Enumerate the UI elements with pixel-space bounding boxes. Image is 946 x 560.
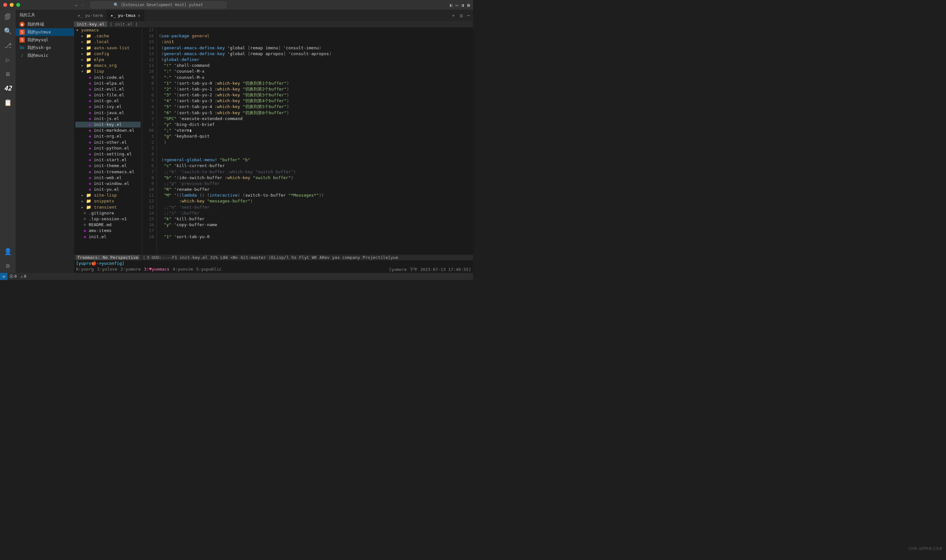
- tree-root[interactable]: ▾ yuemacs: [75, 27, 140, 33]
- problems-warnings[interactable]: ⚠ 0: [18, 274, 28, 279]
- tree-node[interactable]: ◆ init-file.el: [75, 92, 140, 98]
- tmux-window-yuemacs[interactable]: 3:♥yuemacs: [144, 267, 172, 272]
- html-icon: 5: [20, 37, 25, 43]
- traffic-lights: [3, 3, 20, 7]
- search-icon: 🔍: [114, 3, 119, 7]
- tree-node[interactable]: ◆ init-treemacs.el: [75, 169, 140, 175]
- emacs-body: ▾ yuemacs ▸ 📁 .cache ▸ 📁 .local ▸ 📁 auto…: [74, 27, 473, 255]
- command-center[interactable]: 🔍 [Extension Development Host] yutest: [90, 1, 226, 8]
- tree-node[interactable]: ◆ init-js.el: [75, 116, 140, 122]
- html-icon: 5: [20, 29, 25, 35]
- editor-area: ▸_yu-term▸_yu-tmux× ＋ ◫ ⋯ init-key.el | …: [74, 10, 473, 273]
- tmux-window-yupublic[interactable]: 5:yupublic: [196, 267, 222, 272]
- minimize-window-button[interactable]: [10, 3, 14, 7]
- status-bar: ⇄ ⓧ 0 ⚠ 0: [0, 273, 473, 280]
- tree-node[interactable]: ▾ 📁 lisp: [75, 68, 140, 74]
- tree-node[interactable]: ◆ init-markdown.el: [75, 128, 140, 133]
- settings-gear-icon[interactable]: ⚙: [4, 262, 12, 269]
- tmux-clock: [yumore 下午 2023-07-13 17:49:55]: [389, 267, 471, 272]
- tree-node[interactable]: ▸ 📁 .local: [75, 39, 140, 45]
- tree-node[interactable]: ◆ init-python.el: [75, 145, 140, 151]
- sidebar-item-3[interactable]: Go我的ssh-go: [15, 44, 74, 52]
- calendar-icon[interactable]: 📋: [4, 98, 12, 106]
- tree-node[interactable]: ◆ init.el: [75, 234, 140, 240]
- tree-node[interactable]: ▸ 📁 snippets: [75, 198, 140, 204]
- shell-prompt[interactable]: [yupro🍎->yuconfig]: [74, 260, 473, 266]
- maximize-window-button[interactable]: [16, 3, 20, 7]
- tree-node[interactable]: ◆ init-java.el: [75, 110, 140, 116]
- split-editor-icon[interactable]: ◫: [460, 13, 462, 18]
- modeline-info: 3-UUU:----F1 init-key.el 31% L86 <N> Git…: [147, 255, 398, 260]
- emacs-modeline: Treemacs: No Perspective | 3-UUU:----F1 …: [74, 255, 473, 260]
- customize-layout-icon[interactable]: ▦: [467, 3, 470, 8]
- tree-node[interactable]: ◆ init-web.el: [75, 175, 140, 181]
- run-debug-icon[interactable]: ▷: [4, 56, 12, 64]
- tree-node[interactable]: ≡ .gitignore: [75, 210, 140, 216]
- tree-node[interactable]: ▸ 📁 elpa: [75, 57, 140, 63]
- tree-node[interactable]: ◆ init-code.el: [75, 75, 140, 80]
- nav-back-icon[interactable]: ←: [75, 3, 78, 8]
- problems-errors[interactable]: ⓧ 0: [8, 274, 18, 279]
- accounts-icon[interactable]: 👤: [4, 248, 12, 255]
- tmux-window-yumore[interactable]: 2:yumore: [120, 267, 143, 272]
- tree-node[interactable]: ◆ init-yu.el: [75, 186, 140, 192]
- code-area[interactable]: 1716151413121110987654321861234567891011…: [142, 27, 473, 255]
- sidebar-item-1[interactable]: 5我的yutmux: [15, 28, 74, 36]
- extensions-icon[interactable]: ⊞: [4, 70, 12, 78]
- terminal-content[interactable]: init-key.el | init.el | ▾ yuemacs ▸ 📁 .c…: [74, 21, 473, 273]
- tree-node[interactable]: ◆ init-key.el: [75, 122, 140, 128]
- tree-node[interactable]: ◆ amx-items: [75, 228, 140, 234]
- tree-node[interactable]: ◆ init-theme.el: [75, 163, 140, 169]
- explorer-icon[interactable]: 🗐: [4, 13, 12, 21]
- tree-node[interactable]: ▸ 📁 emacs_org: [75, 63, 140, 68]
- close-window-button[interactable]: [3, 3, 7, 7]
- nav-arrows: ← →: [75, 3, 84, 8]
- tree-node[interactable]: ≡ .lsp-session-v1: [75, 216, 140, 222]
- tmux-window-yulove[interactable]: 1:yulove: [97, 267, 120, 272]
- treemacs-panel[interactable]: ▾ yuemacs ▸ 📁 .cache ▸ 📁 .local ▸ 📁 auto…: [74, 27, 142, 255]
- main-area: 🗐 🔍 ⎇ ▷ ⊞ 42 📋 👤 ⚙ 我的工具 ◉我的终端5我的yutmux5我…: [0, 10, 473, 273]
- tree-node[interactable]: ◆ init-elpa.el: [75, 80, 140, 86]
- toggle-panel-icon[interactable]: ▭: [456, 3, 458, 8]
- emacs-tab-active[interactable]: init-key.el: [74, 22, 107, 27]
- tree-node[interactable]: ◆ init-window.el: [75, 181, 140, 186]
- tab-yu-term[interactable]: ▸_yu-term: [74, 10, 107, 21]
- tree-node[interactable]: ▸ 📁 auto-save-list: [75, 45, 140, 51]
- tree-node[interactable]: ◆ init-setting.el: [75, 151, 140, 157]
- tree-node[interactable]: ◆ init-other.el: [75, 140, 140, 145]
- remote-indicator[interactable]: ⇄: [0, 273, 8, 280]
- tree-node[interactable]: ▸ 📁 config: [75, 51, 140, 57]
- custom-tool-icon[interactable]: 42: [4, 85, 12, 92]
- tab-yu-tmux[interactable]: ▸_yu-tmux×: [107, 10, 145, 21]
- tmux-window-yuorg[interactable]: 0:yuorg: [76, 267, 96, 272]
- nav-forward-icon[interactable]: →: [81, 3, 84, 8]
- toggle-sidebar-icon[interactable]: ◧: [450, 3, 453, 8]
- tree-node[interactable]: ◆ init-evil.el: [75, 86, 140, 92]
- window-title: [Extension Development Host] yutest: [121, 3, 203, 7]
- toggle-secondary-icon[interactable]: ◨: [461, 3, 464, 8]
- close-tab-icon[interactable]: ×: [138, 13, 140, 18]
- layout-controls: ◧ ▭ ◨ ▦: [450, 3, 470, 8]
- sidebar-item-4[interactable]: ♪我的music: [15, 52, 74, 59]
- sidebar-item-2[interactable]: 5我的mysql: [15, 36, 74, 44]
- emacs-tabline: init-key.el | init.el |: [74, 21, 473, 27]
- tree-node[interactable]: ▸ 📁 transient: [75, 205, 140, 210]
- tmux-status: 0:yuorg 1:yulove 2:yumore 3:♥yuemacs 4:y…: [74, 266, 473, 273]
- tree-node[interactable]: ◆ init-org.el: [75, 133, 140, 139]
- tree-node[interactable]: ◆ init-go.el: [75, 98, 140, 104]
- search-icon[interactable]: 🔍: [4, 27, 12, 35]
- more-actions-icon[interactable]: ⋯: [467, 13, 470, 18]
- tree-node[interactable]: ▸ 📁 .cache: [75, 33, 140, 39]
- emacs-tab-inactive[interactable]: | init.el |: [107, 22, 140, 27]
- sidebar-item-0[interactable]: ◉我的终端: [15, 20, 74, 28]
- tmux-window-yunvim[interactable]: 4:yunvim: [173, 267, 196, 272]
- code-lines[interactable]: (use-package general :init (general-emac…: [157, 27, 473, 255]
- tab-actions: ＋ ◫ ⋯: [451, 10, 473, 21]
- new-tab-icon[interactable]: ＋: [451, 13, 456, 18]
- tree-node[interactable]: ▸ 📁 site-lisp: [75, 192, 140, 198]
- ubuntu-icon: ◉: [20, 22, 25, 27]
- tree-node[interactable]: ◆ init-start.el: [75, 157, 140, 163]
- tree-node[interactable]: ≡ README.md: [75, 222, 140, 228]
- tree-node[interactable]: ◆ init-ivy.el: [75, 104, 140, 110]
- source-control-icon[interactable]: ⎇: [4, 42, 12, 49]
